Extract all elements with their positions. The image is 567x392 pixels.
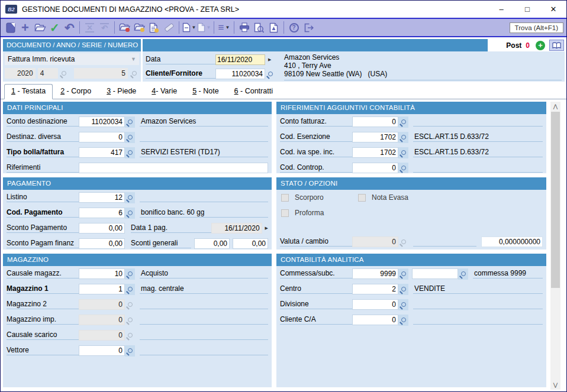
cod-esenzione-input[interactable]: 1702 <box>352 132 398 142</box>
tab-contratti[interactable]: 6 - Contratti <box>227 85 281 99</box>
lookup-button[interactable] <box>398 315 408 326</box>
export-pdf-button[interactable] <box>266 20 281 35</box>
find-button[interactable]: Trova (Alt+F1) <box>510 22 563 33</box>
lookup-button[interactable] <box>398 268 408 280</box>
help-button[interactable]: ? <box>286 20 301 35</box>
series-field[interactable]: 4 <box>38 68 58 79</box>
copy-document-yellow-button[interactable] <box>147 20 162 35</box>
commessa-input[interactable]: 9999 <box>352 268 398 279</box>
nota-evasa-checkbox <box>358 194 366 202</box>
sconto-generale-1-input[interactable]: 0,00 <box>194 238 230 249</box>
report-document-menu-button[interactable]: ▼ <box>182 20 196 35</box>
open-folder-button[interactable] <box>33 20 47 35</box>
lookup-button[interactable] <box>125 345 135 357</box>
magazzino-1-input[interactable]: 1 <box>79 284 125 294</box>
actions-menu-button[interactable]: ≡▼ <box>217 20 231 35</box>
tab-corpo[interactable]: 2 - Corpo <box>53 85 99 99</box>
minimize-button[interactable]: – <box>488 1 514 18</box>
causale-magazzino-input[interactable]: 10 <box>79 268 125 279</box>
field-description <box>413 163 543 173</box>
measure-button[interactable] <box>162 20 176 35</box>
client-lookup-button[interactable] <box>265 69 275 80</box>
lookup-button[interactable] <box>125 208 135 219</box>
lookup-button[interactable] <box>398 147 408 158</box>
cod-contropartita-input[interactable]: 0 <box>352 163 398 173</box>
tab-note[interactable]: 5 - Note <box>185 85 226 99</box>
tipo-bolla-input[interactable]: 417 <box>79 147 125 158</box>
search-icon <box>401 271 406 276</box>
new-document-button[interactable] <box>3 20 18 35</box>
sconto-finanziario-input[interactable]: 0,00 <box>79 238 125 249</box>
destinazione-diversa-input[interactable]: 0 <box>79 132 125 142</box>
table-row: Conto fatturaz. 0 <box>276 114 546 129</box>
lookup-button[interactable] <box>125 268 135 280</box>
sconto-generale-2-input[interactable]: 0,00 <box>233 238 268 249</box>
app-window: B2 GESTIONE DOCUMENTI DI MAGAZZINO <PROV… <box>0 0 567 392</box>
year-field[interactable]: 2020 <box>5 68 36 79</box>
confirm-button[interactable]: ✓ <box>47 20 62 35</box>
lookup-button[interactable] <box>125 284 135 295</box>
sub-commessa-input[interactable] <box>412 268 458 279</box>
maximize-button[interactable]: □ <box>514 1 540 18</box>
field-label: Magazzino imp. <box>7 315 79 325</box>
tab-strip: 1 - Testata 2 - Corpo 3 - Piede 4- Varie… <box>1 83 566 99</box>
table-row: Conto destinazione 11020034 Amazon Servi… <box>3 114 272 129</box>
cliente-ca-input[interactable]: 0 <box>352 315 398 325</box>
lookup-button[interactable] <box>398 116 408 128</box>
tab-testata[interactable]: 1 - Testata <box>4 84 53 99</box>
magazzino-2-field: 0 <box>79 299 125 310</box>
lookup-button[interactable] <box>398 299 408 310</box>
number-field[interactable]: 5 <box>74 68 128 79</box>
add-button[interactable]: + <box>18 20 33 35</box>
notes-book-button[interactable] <box>549 40 564 51</box>
table-row: Causale scarico 0 <box>3 328 272 343</box>
lookup-button[interactable] <box>398 163 408 174</box>
date-expand-icon[interactable]: ▶ <box>268 57 271 62</box>
scroll-up-button[interactable]: ⋀ <box>550 102 560 111</box>
lookup-button[interactable] <box>125 132 135 143</box>
centro-input[interactable]: 2 <box>352 284 398 294</box>
close-button[interactable]: ✕ <box>540 1 566 18</box>
nota-evasa-label: Nota Evasa <box>372 193 408 202</box>
lookup-button[interactable] <box>458 268 468 280</box>
tab-piede[interactable]: 3 - Piede <box>99 85 144 99</box>
import-folder-yellow-button[interactable] <box>132 20 147 35</box>
lookup-button[interactable] <box>125 116 135 128</box>
document-menu-button: ▼ <box>196 20 211 35</box>
undo-button[interactable]: ↶ <box>62 20 77 35</box>
listino-input[interactable]: 12 <box>79 192 125 203</box>
sconto-pagamento-input[interactable]: 0,00 <box>79 223 125 234</box>
divisione-input[interactable]: 0 <box>352 299 398 310</box>
exit-button[interactable] <box>301 20 316 35</box>
date-input[interactable]: 16/11/2020 <box>215 54 265 65</box>
conto-fatturazione-input[interactable]: 0 <box>352 116 398 127</box>
panel-pagamento: PAGAMENTO Listino 12 Cod. Pagamento 6 bo… <box>3 177 272 250</box>
scrollbar-thumb[interactable] <box>551 112 560 288</box>
client-code-input[interactable]: 11020034 <box>215 69 265 79</box>
document-type-select[interactable]: Fattura Imm. ricevuta ▼ <box>5 53 139 65</box>
print-button[interactable] <box>237 20 252 35</box>
field-description <box>413 315 543 325</box>
cod-iva-input[interactable]: 1702 <box>352 147 398 158</box>
cod-pagamento-input[interactable]: 6 <box>79 208 125 218</box>
table-row: Magazzino 1 1 mag. centrale <box>3 281 272 297</box>
print-preview-button[interactable] <box>252 20 266 35</box>
lookup-button[interactable] <box>125 192 135 203</box>
import-folder-red-button[interactable] <box>117 20 132 35</box>
vettore-input[interactable]: 0 <box>79 345 125 356</box>
search-icon <box>128 150 133 155</box>
tab-varie[interactable]: 4- Varie <box>144 85 185 99</box>
lookup-button[interactable] <box>398 132 408 143</box>
vertical-scrollbar[interactable]: ⋀ ⋁ <box>550 102 560 390</box>
conto-destinazione-input[interactable]: 11020034 <box>79 116 125 127</box>
add-post-button[interactable]: + <box>536 41 545 50</box>
scorporo-checkbox <box>281 194 289 202</box>
scroll-down-button[interactable]: ⋁ <box>550 380 560 390</box>
lookup-button[interactable] <box>125 147 135 158</box>
panel-title: STATO / OPZIONI <box>276 177 546 190</box>
toolbar-separator <box>79 21 80 34</box>
lookup-button <box>125 330 135 341</box>
restore-button: ↶ <box>97 20 112 35</box>
lookup-button[interactable] <box>398 284 408 295</box>
riferimenti-input[interactable] <box>79 163 268 173</box>
